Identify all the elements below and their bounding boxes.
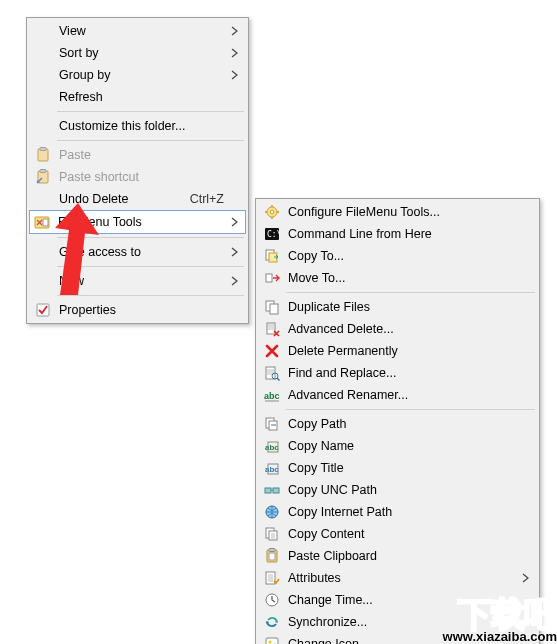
changeicon-icon [262, 636, 282, 644]
menu-item-label: Delete Permanently [282, 344, 519, 358]
subMenu-item-copy-content[interactable]: Copy Content [258, 523, 537, 545]
renamer-icon: abc [262, 387, 282, 403]
menu-item-label: Duplicate Files [282, 300, 519, 314]
chevron-right-icon [228, 48, 242, 58]
subMenu-item-change-time[interactable]: Change Time... [258, 589, 537, 611]
svg-text:abc: abc [265, 465, 279, 474]
menu-item-label: Copy UNC Path [282, 483, 519, 497]
findreplace-icon [262, 365, 282, 381]
copyto-icon [262, 248, 282, 264]
moveto-icon [262, 270, 282, 286]
copyname-icon: abc [262, 438, 282, 454]
menu-item-label: Synchronize... [282, 615, 519, 629]
mainMenu-separator [57, 237, 244, 238]
mainMenu-item-filemenu-tools[interactable]: FileMenu Tools [29, 210, 246, 234]
subMenu-item-find-and-replace[interactable]: Find and Replace... [258, 362, 537, 384]
subMenu-separator [286, 409, 535, 410]
cmd-icon: C:\ [262, 226, 282, 242]
svg-point-42 [269, 641, 272, 644]
subMenu-item-copy-title[interactable]: abcCopy Title [258, 457, 537, 479]
mainMenu-item-refresh[interactable]: Refresh [29, 86, 246, 108]
svg-rect-41 [266, 638, 278, 644]
menu-item-label: Undo Delete [53, 192, 172, 206]
menu-item-label: Copy Name [282, 439, 519, 453]
svg-rect-17 [266, 274, 272, 282]
filemenu-icon [32, 214, 52, 230]
menu-item-label: Move To... [282, 271, 519, 285]
mainMenu-item-view[interactable]: View [29, 20, 246, 42]
mainMenu-item-properties[interactable]: Properties [29, 299, 246, 321]
menu-item-label: Give access to [53, 245, 228, 259]
mainMenu-item-undo-delete[interactable]: Undo DeleteCtrl+Z [29, 188, 246, 210]
menu-item-label: Command Line from Here [282, 227, 519, 241]
subMenu-item-attributes[interactable]: Attributes [258, 567, 537, 589]
mainMenu-item-give-access-to[interactable]: Give access to [29, 241, 246, 263]
menu-item-label: Change Time... [282, 593, 519, 607]
chevron-right-icon [228, 26, 242, 36]
subMenu-item-copy-unc-path[interactable]: Copy UNC Path [258, 479, 537, 501]
menu-item-label: Sort by [53, 46, 228, 60]
menu-item-label: Configure FileMenu Tools... [282, 205, 519, 219]
menu-item-label: New [53, 274, 228, 288]
mainMenu-item-sort-by[interactable]: Sort by [29, 42, 246, 64]
subMenu-item-change-icon[interactable]: Change Icon... [258, 633, 537, 644]
subMenu-item-command-line-from-here[interactable]: C:\Command Line from Here [258, 223, 537, 245]
context-menu-filemenu-tools: Configure FileMenu Tools...C:\Command Li… [255, 198, 540, 644]
menu-item-shortcut: Ctrl+Z [172, 192, 228, 206]
svg-rect-39 [266, 572, 275, 584]
subMenu-separator [286, 292, 535, 293]
menu-item-label: Advanced Renamer... [282, 388, 519, 402]
copycontent-icon [262, 526, 282, 542]
menu-item-label: Customize this folder... [53, 119, 228, 133]
svg-line-23 [277, 378, 280, 381]
svg-text:abc: abc [265, 443, 279, 452]
svg-text:C:\: C:\ [267, 230, 280, 239]
paste-shortcut-icon [33, 169, 53, 185]
subMenu-item-advanced-renamer[interactable]: abcAdvanced Renamer... [258, 384, 537, 406]
subMenu-item-delete-permanently[interactable]: Delete Permanently [258, 340, 537, 362]
chevron-right-icon [228, 247, 242, 257]
menu-item-label: Copy Internet Path [282, 505, 519, 519]
subMenu-item-advanced-delete[interactable]: Advanced Delete... [258, 318, 537, 340]
svg-rect-3 [40, 170, 46, 173]
svg-rect-31 [265, 488, 271, 493]
mainMenu-separator [57, 111, 244, 112]
menu-item-label: Attributes [282, 571, 519, 585]
copytitle-icon: abc [262, 460, 282, 476]
menu-item-label: Advanced Delete... [282, 322, 519, 336]
menu-item-label: Paste shortcut [53, 170, 228, 184]
mainMenu-separator [57, 266, 244, 267]
mainMenu-item-group-by[interactable]: Group by [29, 64, 246, 86]
svg-rect-6 [37, 304, 49, 316]
subMenu-item-synchronize[interactable]: Synchronize... [258, 611, 537, 633]
subMenu-item-copy-internet-path[interactable]: Copy Internet Path [258, 501, 537, 523]
menu-item-label: Change Icon... [282, 637, 519, 644]
mainMenu-item-customize-this-folder[interactable]: Customize this folder... [29, 115, 246, 137]
subMenu-item-copy-path[interactable]: Copy Path [258, 413, 537, 435]
subMenu-item-copy-name[interactable]: abcCopy Name [258, 435, 537, 457]
deleteperm-icon [262, 343, 282, 359]
subMenu-item-move-to[interactable]: Move To... [258, 267, 537, 289]
menu-item-label: View [53, 24, 228, 38]
subMenu-item-paste-clipboard[interactable]: Paste Clipboard [258, 545, 537, 567]
mainMenu-separator [57, 295, 244, 296]
chevron-right-icon [228, 217, 242, 227]
copyunc-icon [262, 482, 282, 498]
subMenu-item-copy-to[interactable]: Copy To... [258, 245, 537, 267]
chevron-right-icon [519, 573, 533, 583]
attributes-icon [262, 570, 282, 586]
mainMenu-item-new[interactable]: New [29, 270, 246, 292]
menu-item-label: FileMenu Tools [52, 215, 228, 229]
svg-rect-5 [43, 219, 48, 226]
main-menu-list: ViewSort byGroup byRefreshCustomize this… [29, 20, 246, 321]
chevron-right-icon [228, 276, 242, 286]
menu-item-label: Copy Content [282, 527, 519, 541]
menu-item-label: Copy To... [282, 249, 519, 263]
menu-item-label: Refresh [53, 90, 228, 104]
subMenu-item-configure-filemenu-tools[interactable]: Configure FileMenu Tools... [258, 201, 537, 223]
context-menu-main: ViewSort byGroup byRefreshCustomize this… [26, 17, 249, 324]
svg-point-8 [270, 210, 274, 214]
subMenu-item-duplicate-files[interactable]: Duplicate Files [258, 296, 537, 318]
copyinternet-icon [262, 504, 282, 520]
pasteclip-icon [262, 548, 282, 564]
